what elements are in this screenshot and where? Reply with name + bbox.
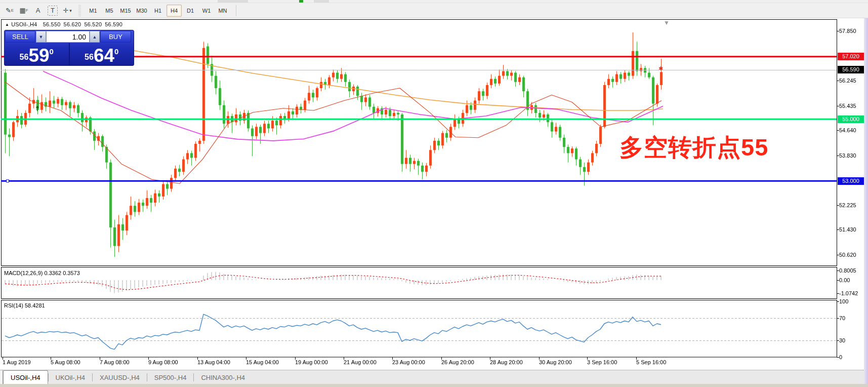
symbol-quote-line: ▲USOil-,H4 56.55056.62056.52056.590 [5,21,126,27]
grid-icon[interactable]: ▦F [17,5,30,17]
timeframe-h4[interactable]: H4 [167,5,182,17]
price-axis-tick: 50.620 [839,252,865,258]
date-axis-label: 5 Aug 08:00 [51,359,80,365]
drawing-tools-group: ✎E ▦F A T ✛▾ [0,5,77,17]
toolbar-fragment [314,0,329,3]
date-axis-label: 30 Aug 20:00 [539,359,572,365]
macd-axis-tick: 0.8005 [839,267,865,274]
buy-price-big: 64 [94,47,114,64]
chart-annotation-text: 多空转折点55 [619,132,768,164]
macd-axis-tick: 0.00 [839,277,865,283]
price-axis-tick: 56.245 [839,78,865,84]
rsi-axis-tick: 0 [839,354,865,360]
quote-open: 56.550 [43,21,61,27]
macd-label: MACD(12,26,9) 0.3362 0.3573 [4,270,80,276]
one-click-trade-panel: SELL ▼ ▲ BUY 56 59 0 56 64 0 [4,30,134,66]
rsi-axis-tick: 30 [839,337,865,343]
date-axis-label: 3 Sep 16:00 [587,359,617,365]
rsi-label: RSI(14) 58.4281 [4,302,45,308]
date-axis-label: 5 Sep 16:00 [636,359,666,365]
date-axis-label: 28 Aug 20:00 [490,359,523,365]
timeframe-m15[interactable]: M15 [118,5,133,17]
price-axis-tick: 51.430 [839,226,865,233]
toolbar-fragment-green [299,0,303,3]
cross-marker: † [35,104,39,112]
level-price-label[interactable]: 55.000 [838,115,864,123]
tab-xauusdh4[interactable]: XAUUSD-,H4 [93,371,147,384]
volume-input[interactable] [46,31,90,43]
timeframe-m1[interactable]: M1 [86,5,101,17]
tab-china300h4[interactable]: CHINA300-,H4 [194,371,252,384]
symbol-name: USOil-,H4 [11,21,37,27]
sell-price-small: 56 [20,53,29,62]
price-axis-tick: 52.225 [839,202,865,208]
text-box-icon[interactable]: T [48,6,58,16]
buy-price-small: 56 [85,53,94,62]
date-axis-label: 26 Aug 20:00 [441,359,474,365]
sell-price-big: 59 [28,47,49,64]
macd-axis-tick: -1.0742 [839,290,865,296]
quote-close: 56.590 [105,21,122,27]
sell-price[interactable]: 56 59 0 [5,43,69,65]
timeframe-group: M1M5M15M30H1H4D1W1MN [82,5,233,17]
quote-high: 56.620 [64,21,81,27]
timeframe-mn[interactable]: MN [215,5,230,17]
dropdown-arrow-icon: ▾ [69,8,72,13]
cursor-style-icon[interactable]: ✛▾ [61,5,74,17]
buy-price[interactable]: 56 64 0 [70,43,134,65]
grid-glyph-icon: ▦ [19,7,25,14]
timeframe-w1[interactable]: W1 [199,5,214,17]
window-scrollbar-strip[interactable] [864,18,868,384]
tab-sp500h4[interactable]: SP500-,H4 [147,371,194,384]
date-axis-label: 7 Aug 08:00 [100,359,130,365]
date-axis-label: 1 Aug 2019 [3,359,31,365]
sell-button[interactable]: SELL [5,31,35,43]
level-price-label[interactable]: 57.020 [838,53,864,60]
date-axis-label: 19 Aug 00:00 [295,359,328,365]
letter-a-icon: A [36,7,40,14]
date-axis-label: 9 Aug 08:00 [148,359,178,365]
price-axis-tick: 54.640 [839,127,865,133]
date-axis-label: 15 Aug 04:00 [246,359,279,365]
date-axis-label: 23 Aug 00:00 [392,359,425,365]
mt4-window: ✎E ▦F A T ✛▾ M1M5M15M30H1H4D1W1MN ▲USOil… [0,0,868,387]
toolbar: ✎E ▦F A T ✛▾ M1M5M15M30H1H4D1W1MN [0,3,868,18]
date-axis-label: 21 Aug 00:00 [344,359,377,365]
crayon-icon: ✎ [6,7,11,14]
timeframe-h1[interactable]: H1 [150,5,166,17]
timeframe-d1[interactable]: D1 [183,5,198,17]
current-price-label: 56.590 [838,66,864,73]
timeframe-m5[interactable]: M5 [102,5,117,17]
letter-t-icon: T [51,7,55,14]
scroll-to-end-marker: ▼ [664,19,670,26]
expand-triangle-icon[interactable]: ▲ [5,22,9,27]
indicators-crayon-icon[interactable]: ✎E [3,5,16,17]
price-axis-tick: 53.830 [839,152,865,159]
asterisk-marker: ✱ [658,65,663,72]
text-label-icon[interactable]: A [31,5,45,17]
volume-down-button[interactable]: ▼ [36,31,46,43]
rsi-axis-tick: 70 [839,315,865,321]
buy-price-sup: 0 [114,47,118,56]
crosshair-icon: ✛ [63,7,68,14]
timeframe-m30[interactable]: M30 [134,5,149,17]
toolbar-fragment [218,0,248,3]
price-axis-tick: 55.435 [839,103,865,109]
tab-ukoilh4[interactable]: UKOil-,H4 [49,371,93,384]
window-bottom-strip [0,384,868,387]
date-axis-label: 13 Aug 04:00 [197,359,230,365]
toolbar-grip[interactable] [78,5,81,16]
tab-usoilh4[interactable]: USOil-,H4 [3,370,48,384]
quote-low: 56.520 [84,21,102,27]
rsi-axis-tick: 100 [839,298,865,304]
chart-tab-bar: USOil-,H4UKOil-,H4XAUUSD-,H4SP500-,H4CHI… [0,370,868,384]
level-price-label[interactable]: 53.000 [838,177,864,185]
volume-up-button[interactable]: ▲ [90,31,100,43]
price-axis-tick: 57.850 [839,28,865,34]
sell-price-sup: 0 [50,47,54,56]
buy-button[interactable]: BUY [100,31,131,43]
toolbar-separator [236,5,236,16]
